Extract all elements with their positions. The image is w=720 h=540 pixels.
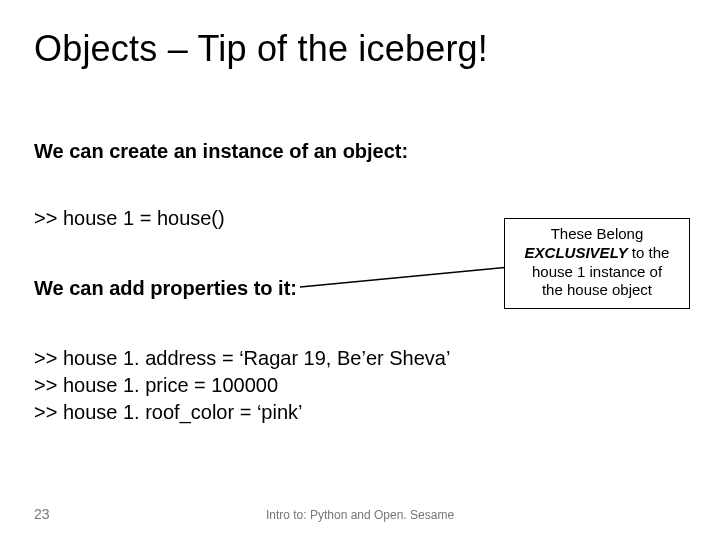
- footer-caption: Intro to: Python and Open. Sesame: [0, 508, 720, 522]
- svg-line-0: [300, 267, 510, 287]
- code-line-1: >> house 1 = house(): [34, 205, 225, 232]
- callout-emphasis: EXCLUSIVELY: [525, 244, 628, 261]
- slide: Objects – Tip of the iceberg! We can cre…: [0, 0, 720, 540]
- code-line-2: >> house 1. address = ‘Ragar 19, Be’er S…: [34, 345, 450, 372]
- callout-box: These Belong EXCLUSIVELY to the house 1 …: [504, 218, 690, 309]
- callout-connector-line: [300, 265, 520, 295]
- code-line-4: >> house 1. roof_color = ‘pink’: [34, 399, 303, 426]
- callout-line-2-rest: to the: [628, 244, 670, 261]
- text-create-instance: We can create an instance of an object:: [34, 138, 408, 165]
- callout-line-4: the house object: [513, 281, 681, 300]
- callout-line-1: These Belong: [513, 225, 681, 244]
- code-line-3: >> house 1. price = 100000: [34, 372, 278, 399]
- callout-line-3: house 1 instance of: [513, 263, 681, 282]
- text-add-properties: We can add properties to it:: [34, 275, 297, 302]
- slide-title: Objects – Tip of the iceberg!: [34, 28, 488, 70]
- callout-line-2: EXCLUSIVELY to the: [513, 244, 681, 263]
